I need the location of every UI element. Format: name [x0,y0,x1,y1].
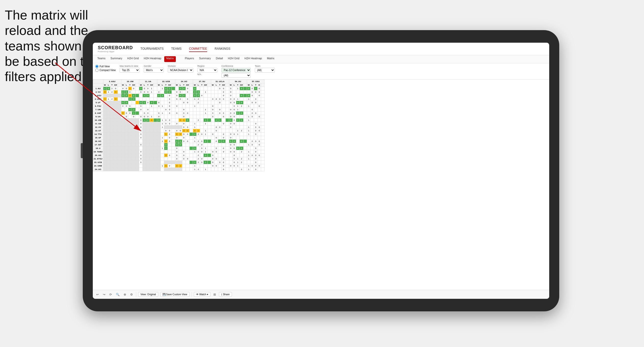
matrix-cell: 0 [200,140,204,143]
matrix-cell [157,157,160,161]
region-label: Region [197,65,217,67]
matrix-cell [136,115,139,119]
matrix-cell [214,94,218,97]
team-select[interactable]: (All) [255,68,275,73]
refresh-icon[interactable]: ⟳ [108,292,113,297]
matrix-cell [136,111,139,115]
subnav-players-matrix[interactable]: Matrix [265,56,276,62]
full-view-option[interactable]: Full View [95,65,116,68]
zoom-out-icon[interactable]: 🔍 [115,292,121,297]
zoom-in-icon[interactable]: ⊕ [123,292,127,297]
matrix-cell [221,108,225,111]
matrix-cell [114,108,118,111]
watch-btn[interactable]: 👁 Watch ▾ [194,292,211,297]
matrix-cell [225,122,229,126]
matrix-cell: 0 [146,87,150,90]
matrix-cell [175,115,179,119]
full-view-radio[interactable] [95,65,99,68]
matrix-cell [200,122,204,126]
matrix-cell: 0 [232,115,236,119]
matrix-cell: 0 [211,108,214,111]
save-custom-btn[interactable]: 💾 Save Custom View [160,292,190,297]
subnav-h2h-grid[interactable]: H2H Grid [125,56,141,62]
settings-icon[interactable]: ⚙ [129,292,134,297]
matrix-cell [172,119,175,122]
conference-all-select[interactable]: (All) [221,73,251,78]
nav-committee[interactable]: COMMITTEE [189,46,207,52]
matrix-cell [132,136,136,140]
compact-view-option[interactable]: Compact View [95,69,116,72]
sub-corner [93,83,103,87]
matrix-cell [164,104,168,108]
matrix-cell: 2 [239,168,244,171]
conference-filter: Conference Pac-12 Conference (All) [221,65,251,78]
matrix-cell: 1 [204,147,208,150]
redo-icon[interactable]: ↪ [102,292,106,297]
matrix-cell [150,133,154,136]
subnav-matrix[interactable]: Matrix [164,56,176,62]
osu-x [261,83,265,87]
uo-w: W [175,83,179,87]
matrix-cell [110,154,114,157]
su-t: T [200,83,204,87]
matrix-cell [136,122,139,126]
matrix-cell [247,122,251,126]
nav-teams[interactable]: TEAMS [171,46,181,52]
subnav-players-h2h-grid[interactable]: H2H Grid [226,56,241,62]
gender-select[interactable]: Men's [144,68,164,73]
matrix-cell [190,101,193,104]
subnav-players[interactable]: Players [183,56,196,62]
matrix-cell: 1 [182,119,186,122]
matrix-cell: 0 [229,122,232,126]
subnav-detail[interactable]: Detail [214,56,225,62]
matrix-cell [103,140,107,143]
compact-view-radio[interactable] [95,69,99,72]
matrix-cell: 1 [160,111,164,115]
matrix-cell [218,104,221,108]
region-select[interactable]: N/A [197,68,217,73]
matrix-cell [164,94,168,97]
subnav-players-summary[interactable]: Summary [197,56,213,62]
share-icon-btn[interactable]: ⊞ [212,292,217,297]
conference-select[interactable]: Pac-12 Conference [221,68,251,73]
matrix-cell: 0 [239,111,244,115]
matrix-cell: 0 [221,168,225,171]
matrix-cell [186,154,190,157]
view-original-btn[interactable]: View: Original [138,292,158,297]
uo-x [190,83,193,87]
matrix-cell [160,168,164,171]
matrix-cell [146,147,150,150]
undo-icon[interactable]: ↩ [95,292,100,297]
nav-tournaments[interactable]: TOURNAMENTS [140,46,164,52]
matrix-cell: 0 [221,115,225,119]
matrix-cell [121,143,125,147]
matrix-cell: 1 [107,90,110,94]
max-teams-select[interactable]: Top 25 [120,68,140,73]
matrix-cell: 2 [193,133,197,136]
subnav-teams[interactable]: Teams [95,56,107,62]
matrix-cell: 0 [150,119,154,122]
matrix-cell [153,104,157,108]
subnav-players-h2h-heatmap[interactable]: H2H Heatmap [243,56,264,62]
nav-rankings[interactable]: RANKINGS [215,46,230,52]
matrix-cell [225,87,229,90]
matrix-cell: 0 [211,115,214,119]
division-select[interactable]: NCAA Division I [168,68,193,73]
matrix-cell [179,168,182,171]
matrix-cell [128,119,132,122]
matrix-cell [172,147,175,150]
matrix-cell: 0 [258,164,261,168]
matrix-cell [190,119,193,122]
share-btn[interactable]: ⟨ Share [219,292,232,297]
matrix-cell: 0 [221,97,225,101]
matrix-cell [193,111,197,115]
matrix-cell: 0 [139,119,143,122]
matrix-cell: 0 [258,126,261,129]
matrix-cell [244,90,247,94]
bottom-toolbar: ↩ ↪ ⟳ 🔍 ⊕ ⚙ View: Original 💾 Save Custom… [93,290,549,299]
matrix-cell [190,126,193,129]
subnav-summary[interactable]: Summary [108,56,124,62]
subnav-h2h-heatmap[interactable]: H2H Heatmap [142,56,163,62]
matrix-cell [207,90,211,94]
matrix-area[interactable]: 3. ASU 10. UW 11. UA 22. UCB 24. UO 27. … [93,80,549,291]
